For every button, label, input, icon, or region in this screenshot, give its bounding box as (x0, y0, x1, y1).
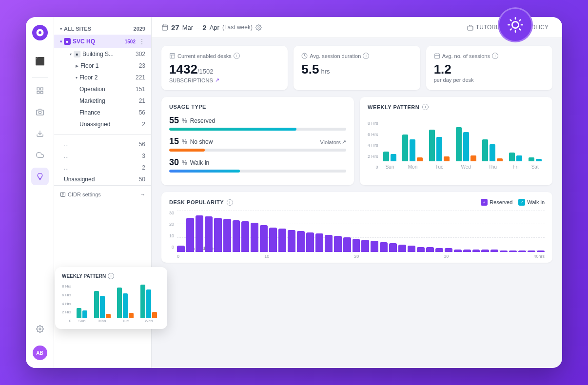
pop-bar-item (537, 250, 545, 252)
svc-hq-count: 1502 (125, 39, 136, 44)
pop-bar (481, 250, 489, 252)
sidebar-icon-download[interactable] (31, 125, 49, 142)
pop-bar (472, 250, 480, 252)
nav-finance[interactable]: Finance 56 (54, 107, 151, 118)
week-col-fri: Fri (509, 153, 522, 170)
info-icon-desks: i (234, 53, 240, 59)
nav-operation[interactable]: Operation 151 (54, 83, 151, 95)
svg-point-15 (258, 26, 259, 28)
sidebar-icon-cloud[interactable] (31, 146, 49, 164)
pop-bar-item (389, 243, 397, 252)
svg-rect-3 (37, 88, 39, 90)
pop-bar (334, 236, 342, 252)
dashboard: Current enabled desks i 1432 /1502 SUBSC… (152, 38, 562, 368)
nav-building[interactable]: ▾ ■ Building S... 302 (54, 48, 151, 60)
pop-bar (361, 240, 369, 252)
week-col-thu: Thu (482, 139, 503, 170)
stat-sessions-label: Avg. no. of sessions i (434, 53, 545, 59)
svg-point-9 (39, 328, 41, 330)
nav-extra-2[interactable]: ... 3 (54, 150, 151, 162)
nav-floor2[interactable]: ▾ Floor 2 221 (54, 72, 151, 83)
popularity-chart-wrapper: 30 20 10 0 (169, 211, 545, 259)
pop-bar (490, 250, 498, 252)
popularity-y-axis: 30 20 10 0 (169, 211, 177, 250)
svc-hq-label: SVC HQ (73, 38, 95, 45)
pop-bar-item (315, 233, 323, 252)
date-end-bold: 2 (202, 23, 206, 32)
nav-marketing[interactable]: Marketing 21 (54, 95, 151, 107)
nav-unassigned[interactable]: Unassigned 2 (54, 118, 151, 130)
nav-unassigned2[interactable]: Unassigned 50 (54, 173, 151, 185)
pop-bar (445, 248, 452, 252)
stat-sessions-sub: per day per desk (434, 77, 545, 83)
popup-info-icon: i (108, 273, 114, 279)
pop-bar (371, 241, 378, 252)
svg-rect-5 (37, 91, 39, 94)
dept-unassigned-label: Unassigned (79, 121, 110, 128)
week-col-sat: Sat (529, 157, 542, 170)
pop-bar-item (426, 247, 434, 252)
pop-bar-item (481, 250, 489, 252)
stat-desks-label: Current enabled desks i (169, 53, 280, 59)
pop-bar (269, 228, 277, 252)
sidebar-icon-settings[interactable] (31, 320, 49, 338)
user-avatar[interactable]: AB (33, 346, 47, 360)
pop-bar-item (454, 250, 462, 252)
pop-bar-item (334, 236, 342, 252)
pop-bar-item (233, 220, 240, 252)
sidebar-divider-1 (32, 77, 48, 78)
sidebar-icon-grid[interactable] (31, 82, 49, 99)
usage-walkin: 30 % Walk-in (169, 157, 346, 173)
stats-row: Current enabled desks i 1432 /1502 SUBSC… (161, 46, 552, 90)
dept-marketing-label: Marketing (79, 97, 105, 104)
pop-bar-item (417, 247, 425, 252)
walkin-label: Walk-in (190, 159, 210, 166)
stat-duration-value: 5.5 (301, 62, 319, 77)
walkin-pct: 30 (169, 157, 179, 168)
week-col-wed: Wed (456, 127, 476, 170)
sidebar-icon-camera[interactable] (31, 103, 49, 121)
nav-extra-3[interactable]: ... 2 (54, 162, 151, 173)
date-start-bold: 27 (171, 23, 179, 32)
date-note: (Last week) (222, 24, 253, 31)
pop-bar-item (500, 250, 508, 252)
pop-bar (186, 218, 194, 252)
usage-noshow: 15 % No show Violators ↗ (169, 136, 346, 152)
pop-bar (325, 235, 333, 252)
usage-reserved: 55 % Reserved (169, 116, 346, 131)
pop-bar (177, 246, 185, 252)
sidebar-icon-layers[interactable]: ⬛ (31, 52, 49, 70)
nav-floor1[interactable]: ▶ Floor 1 23 (54, 60, 151, 72)
legend-checkbox-walkin: ✓ (518, 199, 525, 206)
nav-extra-1[interactable]: ... 56 (54, 138, 151, 150)
app-logo[interactable] (32, 25, 48, 40)
sidebar-icon-lightbulb[interactable] (31, 168, 49, 185)
building-label: Building S... (82, 51, 114, 58)
svg-rect-6 (40, 91, 43, 94)
violators-link[interactable]: Violators ↗ (320, 139, 346, 145)
pop-bar-item (398, 245, 406, 252)
pop-bar-item (353, 239, 360, 252)
pop-bar-item (435, 248, 443, 252)
nav-all-sites[interactable]: ▾ ALL SITES 2029 (54, 23, 151, 35)
nav-svc-hq[interactable]: ▾ ■ SVC HQ 1502 ⋮ (54, 35, 151, 48)
pop-bar (435, 248, 443, 252)
usage-type-title: USAGE TYPE (169, 104, 346, 110)
pop-bar (297, 231, 305, 252)
lightbulb-badge (498, 7, 533, 42)
noshow-pct: 15 (169, 136, 179, 147)
pop-bar-item (518, 250, 526, 252)
weekly-pattern-card: WEEKLY PATTERN i 8 Hrs 6 Hrs 4 Hrs 2 Hrs… (360, 97, 552, 185)
pop-bar (241, 221, 249, 252)
all-sites-count: 2029 (134, 26, 145, 32)
pop-bar (408, 246, 415, 252)
cidr-settings[interactable]: CIDR settings → (54, 185, 151, 203)
external-link-icon[interactable]: ↗ (215, 77, 219, 83)
pop-bar-item (223, 219, 231, 252)
pop-bar-item (528, 250, 535, 252)
pop-bar-item (269, 228, 277, 252)
svg-rect-11 (162, 25, 168, 30)
building-count: 302 (136, 51, 145, 58)
stat-card-duration: Avg. session duration i 5.5 hrs (294, 46, 420, 90)
pop-bar (288, 230, 295, 252)
